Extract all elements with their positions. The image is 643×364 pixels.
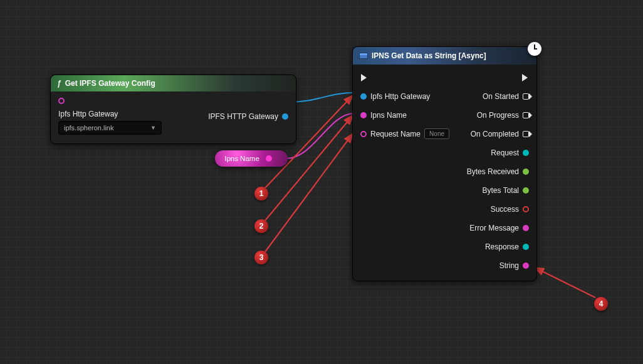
- input-pin-request-name[interactable]: Request Name None: [360, 127, 449, 140]
- dropdown-value: ipfs.spheron.link: [64, 124, 114, 132]
- data-pin-icon: [523, 187, 529, 194]
- node-header[interactable]: IPNS Get Data as String [Async]: [353, 47, 536, 65]
- output-pin-bytes-total[interactable]: Bytes Total: [483, 184, 529, 197]
- node-title: Get IPFS Gateway Config: [65, 79, 155, 88]
- output-pin-on-completed[interactable]: On Completed: [471, 127, 529, 140]
- data-pin-icon: [523, 169, 529, 175]
- output-pin-response[interactable]: Response: [485, 240, 529, 253]
- data-pin-icon: [523, 150, 529, 156]
- chevron-down-icon: ▼: [150, 125, 156, 131]
- exec-pin-icon: [523, 131, 529, 137]
- exec-out-pin[interactable]: [521, 71, 529, 84]
- output-pin-bytes-received[interactable]: Bytes Received: [467, 165, 529, 178]
- input-label-gateway: Ipfs Http Gateway: [58, 110, 118, 118]
- exec-in-pin[interactable]: [360, 71, 449, 84]
- node-ipns-get-data-as-string[interactable]: IPNS Get Data as String [Async] Ipfs Htt…: [352, 46, 537, 281]
- exec-pin-icon: [523, 112, 529, 118]
- output-pin-on-progress[interactable]: On Progress: [477, 108, 529, 122]
- connection-layer: [0, 0, 643, 364]
- node-type-icon: [359, 53, 368, 59]
- variable-label: Ipns Name: [224, 155, 259, 162]
- input-pin-ipns-name[interactable]: Ipns Name: [360, 108, 449, 122]
- node-title: IPNS Get Data as String [Async]: [372, 51, 486, 60]
- exec-pin-icon: [523, 93, 529, 100]
- data-pin-icon: [282, 113, 288, 120]
- output-pin-success[interactable]: Success: [491, 202, 529, 216]
- data-pin-icon: [523, 225, 529, 231]
- async-clock-icon: [528, 42, 541, 56]
- annotation-marker-3: 3: [254, 251, 268, 264]
- input-pin-gateway[interactable]: Ipfs Http Gateway: [360, 90, 449, 103]
- data-pin-icon: [523, 263, 529, 269]
- data-pin-icon: [523, 244, 529, 250]
- output-pin-string[interactable]: String: [499, 259, 529, 272]
- variable-ipns-name[interactable]: Ipns Name: [215, 150, 288, 167]
- output-pin-on-started[interactable]: On Started: [483, 90, 529, 103]
- output-pin-gateway[interactable]: IPFS HTTP Gateway: [208, 112, 288, 121]
- data-pin-icon: [360, 93, 367, 100]
- annotation-marker-4: 4: [594, 297, 608, 311]
- output-pin-request[interactable]: Request: [491, 146, 529, 159]
- data-pin-icon: [266, 155, 272, 162]
- data-pin-icon: [523, 206, 529, 212]
- data-pin-icon: [360, 112, 367, 118]
- target-pin-icon: [58, 98, 65, 104]
- output-label-gateway: IPFS HTTP Gateway: [208, 112, 278, 121]
- node-header[interactable]: ƒ Get IPFS Gateway Config: [51, 75, 296, 91]
- annotation-marker-2: 2: [254, 219, 268, 233]
- annotation-marker-1: 1: [254, 187, 268, 200]
- function-icon: ƒ: [57, 79, 61, 88]
- exec-pin-icon: [521, 74, 529, 81]
- data-pin-icon: [360, 131, 367, 137]
- node-get-ipfs-gateway-config[interactable]: ƒ Get IPFS Gateway Config Ipfs Http Gate…: [50, 75, 296, 144]
- exec-pin-icon: [360, 74, 368, 81]
- exec-target-pin[interactable]: [58, 98, 162, 104]
- output-pin-error-message[interactable]: Error Message: [469, 221, 529, 234]
- gateway-dropdown[interactable]: ipfs.spheron.link ▼: [58, 121, 162, 135]
- svg-line-3: [535, 268, 595, 298]
- request-name-input[interactable]: None: [424, 128, 449, 139]
